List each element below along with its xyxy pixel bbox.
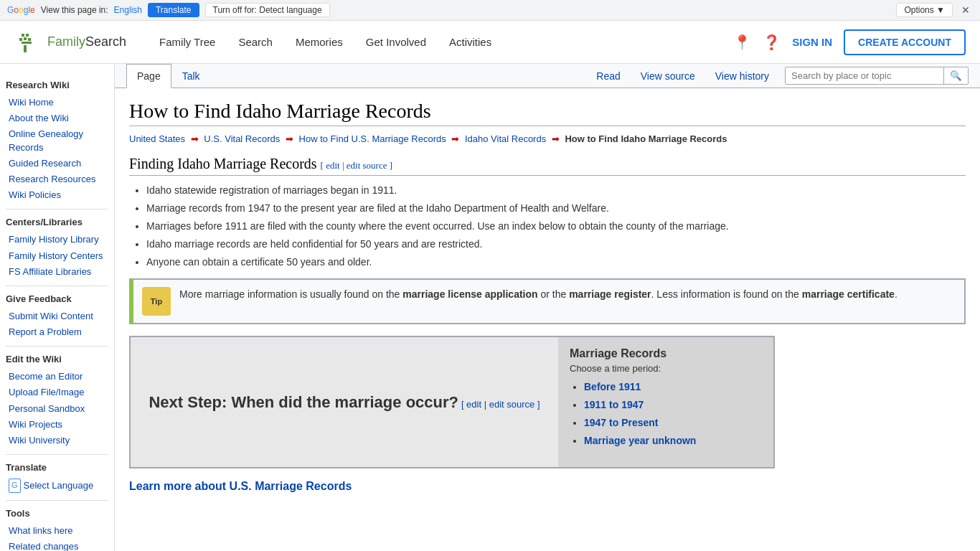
bullet-item: Anyone can obtain a certificate 50 years… [146,255,966,270]
tab-view-history[interactable]: View history [705,65,779,88]
time-period-link-2[interactable]: 1911 to 1947 [584,399,644,410]
sidebar-item-guided-research[interactable]: Guided Research [6,156,108,171]
breadcrumb-us-marriage[interactable]: How to Find U.S. Marriage Records [299,133,446,144]
svg-rect-7 [24,45,27,52]
time-period-item: 1947 to Present [584,415,762,430]
sidebar-item-fh-library[interactable]: Family History Library [6,232,108,248]
tab-view-source[interactable]: View source [631,65,705,88]
sidebar-item-wiki-home[interactable]: Wiki Home [6,95,108,110]
sign-in-button[interactable]: SIGN IN [792,36,832,48]
section-heading: Finding Idaho Marriage Records [ edit | … [129,156,966,176]
sidebar-divider-3 [6,346,108,347]
time-period-list: Before 1911 1911 to 1947 1947 to Present… [584,380,762,448]
time-period-link-1[interactable]: Before 1911 [584,381,641,392]
bullet-item: Idaho marriage records are held confiden… [146,237,966,252]
sidebar-divider-5 [6,500,108,501]
sidebar-item-select-language[interactable]: G Select Language [6,477,108,494]
sidebar-item-wiki-university[interactable]: Wiki University [6,433,108,448]
nav-memories[interactable]: Memories [284,21,354,64]
breadcrumb-arrow-4: ➡ [552,133,560,144]
learn-more-link[interactable]: Learn more about U.S. Marriage Records [129,480,352,492]
breadcrumb-vital-records[interactable]: U.S. Vital Records [204,133,280,144]
time-period-item: Marriage year unknown [584,433,762,448]
location-icon[interactable]: 📍 [733,34,751,51]
logo-text: FamilySearch [47,34,126,50]
options-button[interactable]: Options ▼ [896,3,953,17]
translate-button[interactable]: Translate [148,3,199,17]
tab-actions: Read View source View history 🔍 [586,65,969,88]
sidebar-divider-1 [6,209,108,209]
edit-link[interactable]: edit [326,160,340,171]
sidebar-section-tools: Tools [6,508,108,519]
familysearch-logo-icon [14,28,43,57]
turn-off-button[interactable]: Turn off for: Detect language [205,3,330,17]
help-icon[interactable]: ❓ [763,34,781,51]
sidebar-item-fs-affiliate[interactable]: FS Affiliate Libraries [6,264,108,280]
sidebar-section-edit: Edit the Wiki [6,354,108,364]
tab-read[interactable]: Read [586,65,630,88]
sidebar-item-research-resources[interactable]: Research Resources [6,171,108,187]
wiki-search-input[interactable] [786,67,943,84]
sidebar-item-report-problem[interactable]: Report a Problem [6,324,108,340]
sidebar-item-personal-sandbox[interactable]: Personal Sandbox [6,401,108,417]
sidebar-item-what-links[interactable]: What links here [6,523,108,539]
sidebar-item-fh-centers[interactable]: Family History Centers [6,248,108,264]
breadcrumb: United States ➡ U.S. Vital Records ➡ How… [129,133,966,144]
nav-activities[interactable]: Activities [438,21,503,64]
main-layout: Research Wiki Wiki Home About the Wiki O… [0,64,980,551]
wiki-search-box: 🔍 [785,67,969,85]
tip-icon: Tip [142,287,171,316]
tip-box: Tip More marriage information is usually… [129,278,966,324]
breadcrumb-arrow-1: ➡ [191,133,199,144]
edit-links: [ edit | edit source ] [321,160,392,171]
sidebar-item-upload-file[interactable]: Upload File/Image [6,385,108,400]
time-period-link-3[interactable]: 1947 to Present [584,417,659,428]
breadcrumb-arrow-3: ➡ [451,133,459,144]
sidebar-item-become-editor[interactable]: Become an Editor [6,369,108,385]
bullet-item: Idaho statewide registration of marriage… [146,183,966,198]
next-step-edit-link[interactable]: edit [466,399,481,410]
edit-source-link[interactable]: edit source [347,160,387,171]
nav-family-tree[interactable]: Family Tree [148,21,227,64]
main-nav: Family Tree Search Memories Get Involved… [148,21,733,64]
create-account-button[interactable]: CREATE ACCOUNT [844,29,966,55]
nav-get-involved[interactable]: Get Involved [354,21,438,64]
svg-rect-2 [26,34,29,37]
breadcrumb-us[interactable]: United States [129,133,185,144]
svg-rect-5 [28,38,31,41]
next-step-right: Marriage Records Choose a time period: B… [558,337,773,467]
breadcrumb-arrow-2: ➡ [286,133,293,144]
logo-link[interactable]: FamilySearch [14,28,126,57]
bullet-item: Marriages before 1911 are filed with the… [146,219,966,234]
tab-page[interactable]: Page [126,64,171,88]
top-nav: FamilySearch Family Tree Search Memories… [0,21,980,64]
sidebar-section-centers: Centers/Libraries [6,217,108,227]
sidebar-item-online-genealogy[interactable]: Online Genealogy Records [6,126,108,155]
sidebar-section-feedback: Give Feedback [6,293,108,304]
sidebar-item-wiki-policies[interactable]: Wiki Policies [6,187,108,203]
svg-rect-3 [24,37,27,40]
next-step-left: Next Step: When did the marriage occur? … [131,337,558,467]
google-logo: Google [7,5,35,15]
sidebar-item-about-wiki[interactable]: About the Wiki [6,110,108,126]
next-step-edit-source-link[interactable]: edit source [489,399,535,410]
sidebar-divider-2 [6,286,108,286]
sidebar-item-submit-wiki[interactable]: Submit Wiki Content [6,309,108,324]
close-button[interactable]: ✕ [958,4,973,16]
breadcrumb-idaho-vital[interactable]: Idaho Vital Records [465,133,546,144]
content-area: Page Talk Read View source View history … [115,64,980,551]
marriage-records-title: Marriage Records [570,347,762,360]
wiki-search-button[interactable]: 🔍 [943,67,968,84]
tab-talk[interactable]: Talk [171,64,211,88]
svg-rect-4 [19,38,22,41]
time-period-link-4[interactable]: Marriage year unknown [584,435,696,446]
bullet-item: Marriage records from 1947 to the presen… [146,201,966,216]
language-link[interactable]: English [114,5,142,15]
svg-rect-1 [22,34,24,37]
nav-search[interactable]: Search [227,21,284,64]
sidebar-section-translate: Translate [6,462,108,473]
time-period-item: Before 1911 [584,380,762,395]
next-step-table: Next Step: When did the marriage occur? … [129,336,775,468]
sidebar-item-related-changes[interactable]: Related changes [6,539,108,551]
sidebar-item-wiki-projects[interactable]: Wiki Projects [6,417,108,433]
